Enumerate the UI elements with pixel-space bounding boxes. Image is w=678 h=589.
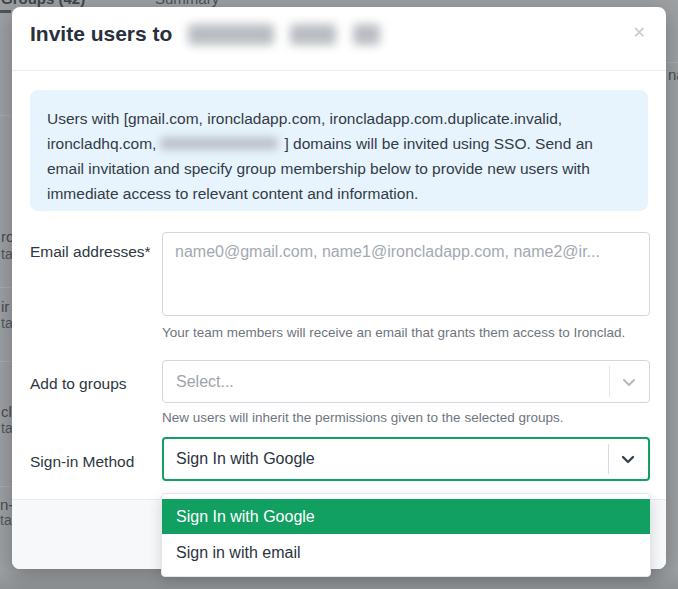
- background-text-fragment: na: [668, 66, 678, 83]
- background-divider: [0, 486, 11, 487]
- background-tab-summary: Summary: [155, 0, 219, 7]
- banner-line: immediate access to relevant content and…: [47, 185, 418, 202]
- background-tab-groups: Groups (42): [1, 0, 85, 7]
- select-divider: [608, 444, 609, 474]
- background-tab-underline: [0, 10, 11, 13]
- redacted-company-name: [188, 24, 274, 45]
- option-sign-in-with-google[interactable]: Sign In with Google: [162, 499, 650, 534]
- signin-method-select[interactable]: Sign In with Google: [162, 437, 650, 481]
- background-divider: [0, 115, 11, 116]
- close-icon[interactable]: ✕: [629, 21, 650, 45]
- background-text-fragment: ta: [1, 246, 13, 262]
- invite-users-modal: Invite users to ✕ Users with [gmail.com,…: [12, 7, 666, 569]
- add-to-groups-label: Add to groups: [30, 375, 127, 393]
- groups-select[interactable]: Select...: [162, 360, 650, 403]
- chevron-down-icon[interactable]: [618, 449, 638, 469]
- modal-title-text: Invite users to: [30, 22, 172, 45]
- select-divider: [609, 366, 610, 397]
- background-divider: [667, 62, 678, 63]
- groups-helper-text: New users will inherit the permissions g…: [162, 410, 563, 425]
- background-text-fragment: ta: [1, 315, 13, 331]
- background-divider: [0, 361, 11, 362]
- banner-line: Users with [gmail.com, ironcladapp.com, …: [47, 110, 562, 127]
- email-addresses-label: Email addresses*: [30, 243, 151, 261]
- redacted-domain: [160, 137, 278, 150]
- modal-title: Invite users to: [30, 22, 380, 46]
- background-text-fragment: ta: [1, 420, 13, 436]
- modal-header: Invite users to ✕: [12, 7, 666, 71]
- email-addresses-input[interactable]: [162, 232, 650, 316]
- background-text-fragment: ir: [1, 298, 9, 315]
- banner-line: email invitation and specify group membe…: [47, 160, 590, 177]
- redacted-company-name: [290, 24, 336, 45]
- redacted-company-name: [353, 24, 380, 45]
- signin-method-label: Sign-in Method: [30, 453, 134, 471]
- background-text-fragment: cl: [1, 403, 12, 420]
- sso-info-banner: Users with [gmail.com, ironcladapp.com, …: [30, 90, 648, 211]
- background-text-fragment: ta: [0, 512, 12, 528]
- signin-method-dropdown: Sign In with Google Sign in with email: [161, 493, 651, 577]
- option-sign-in-with-email[interactable]: Sign in with email: [162, 534, 650, 571]
- groups-select-placeholder: Select...: [163, 361, 649, 402]
- banner-line: ironcladhq.com,] domains will be invited…: [47, 135, 593, 152]
- background-divider: [0, 287, 11, 288]
- chevron-down-icon[interactable]: [619, 372, 639, 392]
- signin-method-value: Sign In with Google: [164, 439, 648, 479]
- email-helper-text: Your team members will receive an email …: [162, 325, 625, 340]
